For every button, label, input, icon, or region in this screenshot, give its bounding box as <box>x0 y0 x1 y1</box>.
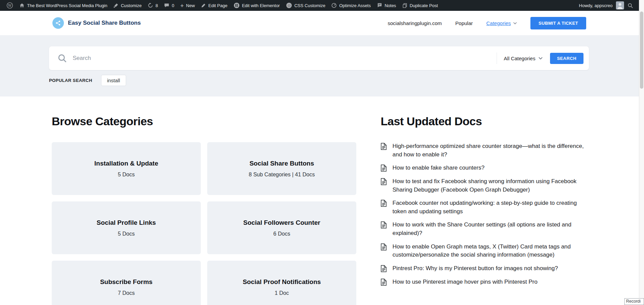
admin-bar-right: Howdy, appscreo <box>579 1 641 9</box>
brush-icon <box>113 3 118 8</box>
optimize-assets-menu[interactable]: Optimize Assets <box>328 0 374 11</box>
wp-logo-menu[interactable]: W <box>3 0 16 11</box>
wp-admin-bar: W The Best WordPress Social Media Plugin… <box>0 0 644 11</box>
document-icon <box>381 279 387 286</box>
doc-title: Pintrest Pro: Why is my Pinterest button… <box>392 264 558 273</box>
submit-ticket-button[interactable]: SUBMIT A TICKET <box>530 17 586 29</box>
category-card-grid: Installation & Update 5 Docs Social Shar… <box>52 142 357 305</box>
howdy-account-menu[interactable]: Howdy, appscreo <box>579 3 613 8</box>
edit-with-elementor-label: Edit with Elementor <box>242 3 280 8</box>
logo-text: Easy Social Share Buttons <box>68 20 141 26</box>
share-icon <box>52 17 64 29</box>
comments-count: 0 <box>172 3 174 8</box>
category-card-meta: 5 Docs <box>118 231 135 237</box>
page-scrollbar[interactable] <box>639 0 644 305</box>
category-card-social-proof-notifications[interactable]: Social Proof Notifications 1 Doc <box>207 261 356 305</box>
category-card-subscribe-forms[interactable]: Subscribe Forms 7 Docs <box>52 261 201 305</box>
category-card-social-share-buttons[interactable]: Social Share Buttons 8 Sub Categories | … <box>207 142 356 195</box>
admin-search-icon[interactable] <box>627 3 633 8</box>
edit-page-label: Edit Page <box>208 3 227 8</box>
home-icon <box>19 3 25 8</box>
new-label: New <box>186 3 195 8</box>
document-icon <box>381 143 387 150</box>
nav-popular[interactable]: Popular <box>455 20 473 26</box>
popular-search-row: POPULAR SEARCH install <box>49 75 589 86</box>
category-filter-label: All Categories <box>504 56 535 61</box>
category-card-meta: 5 Docs <box>118 172 135 178</box>
wordpress-logo-icon: W <box>6 2 13 9</box>
search-icon <box>57 53 67 63</box>
popular-search-label: POPULAR SEARCH <box>49 78 92 83</box>
customize-menu[interactable]: Customize <box>110 0 144 11</box>
search-hero: All Categories SEARCH POPULAR SEARCH ins… <box>0 35 644 96</box>
category-card-title: Subscribe Forms <box>100 278 152 286</box>
doc-title: How to work with the Share Counter setti… <box>392 221 588 237</box>
doc-title: Facebook counter not updating/working: a… <box>392 199 588 216</box>
nav-site-link[interactable]: socialsharingplugin.com <box>388 20 442 26</box>
category-card-installation-update[interactable]: Installation & Update 5 Docs <box>52 142 201 195</box>
browse-categories-title: Browse Categories <box>52 115 357 128</box>
new-content-menu[interactable]: + New <box>177 0 198 11</box>
site-header: Easy Social Share Buttons socialsharingp… <box>0 11 644 35</box>
duplicate-post-menu[interactable]: Duplicate Post <box>399 0 441 11</box>
record-indicator: Recordi <box>624 298 644 305</box>
css-customize-label: CSS Customize <box>294 3 326 8</box>
category-card-title: Installation & Update <box>94 160 158 167</box>
pencil-icon <box>201 3 206 8</box>
category-filter-dropdown[interactable]: All Categories <box>504 56 542 61</box>
last-updated-docs-section: Last Updated Docs High-performance optim… <box>381 115 588 305</box>
popular-term-chip[interactable]: install <box>101 75 126 86</box>
avatar[interactable] <box>616 1 624 9</box>
search-input[interactable] <box>67 55 497 62</box>
main-content: Browse Categories Installation & Update … <box>0 96 644 305</box>
chevron-down-icon <box>513 22 517 24</box>
comments-menu[interactable]: 0 <box>161 0 177 11</box>
last-updated-docs-title: Last Updated Docs <box>381 115 588 128</box>
browse-categories-section: Browse Categories Installation & Update … <box>52 115 357 305</box>
scrollbar-thumb[interactable] <box>640 12 643 89</box>
doc-link[interactable]: How to use Pinterest image hover pins wi… <box>381 278 588 286</box>
edit-with-elementor-menu[interactable]: Edit with Elementor <box>231 0 283 11</box>
updates-menu[interactable]: 8 <box>145 0 161 11</box>
note-bubble-icon <box>377 3 382 8</box>
search-button[interactable]: SEARCH <box>550 53 583 64</box>
doc-link[interactable]: How to enable Open Graph meta tags, X (T… <box>381 243 588 259</box>
doc-link[interactable]: How to work with the Share Counter setti… <box>381 221 588 237</box>
document-icon <box>381 265 387 272</box>
site-logo[interactable]: Easy Social Share Buttons <box>52 17 141 29</box>
updates-count: 8 <box>156 3 158 8</box>
doc-link[interactable]: How to enable fake share counters? <box>381 164 588 172</box>
doc-title: How to enable fake share counters? <box>392 164 484 172</box>
svg-text:W: W <box>8 3 12 7</box>
customize-label: Customize <box>121 3 141 8</box>
notes-menu[interactable]: Notes <box>374 0 399 11</box>
optimize-assets-label: Optimize Assets <box>339 3 371 8</box>
site-name-menu[interactable]: The Best WordPress Social Media Plugin <box>16 0 110 11</box>
elementor-icon <box>234 2 240 8</box>
speedometer-icon <box>331 3 337 8</box>
category-card-title: Social Proof Notifications <box>243 278 321 286</box>
category-card-meta: 8 Sub Categories | 41 Docs <box>249 172 315 178</box>
doc-link[interactable]: High-performance optimized share counter… <box>381 142 588 159</box>
category-card-title: Social Followers Counter <box>243 219 320 226</box>
category-card-meta: 1 Doc <box>275 290 289 296</box>
document-icon <box>381 200 387 207</box>
notes-label: Notes <box>385 3 396 8</box>
css-customize-menu[interactable]: {} CSS Customize <box>283 0 329 11</box>
doc-link[interactable]: Pintrest Pro: Why is my Pinterest button… <box>381 264 588 273</box>
category-card-social-followers-counter[interactable]: Social Followers Counter 6 Docs <box>207 201 356 254</box>
category-card-meta: 7 Docs <box>118 290 135 296</box>
nav-categories-label: Categories <box>486 20 511 26</box>
doc-title: High-performance optimized share counter… <box>392 142 588 159</box>
nav-categories-dropdown[interactable]: Categories <box>486 20 517 26</box>
category-card-social-profile-links[interactable]: Social Profile Links 5 Docs <box>52 201 201 254</box>
copy-pages-icon <box>402 3 407 8</box>
category-card-title: Social Share Buttons <box>249 160 314 167</box>
comments-icon <box>164 3 169 8</box>
doc-link[interactable]: How to test and fix Facebook sharing wro… <box>381 177 588 194</box>
main-nav: socialsharingplugin.com Popular Categori… <box>388 17 586 29</box>
edit-page-menu[interactable]: Edit Page <box>198 0 230 11</box>
doc-link[interactable]: Facebook counter not updating/working: a… <box>381 199 588 216</box>
search-bar: All Categories SEARCH <box>49 46 589 70</box>
document-icon <box>381 178 387 185</box>
